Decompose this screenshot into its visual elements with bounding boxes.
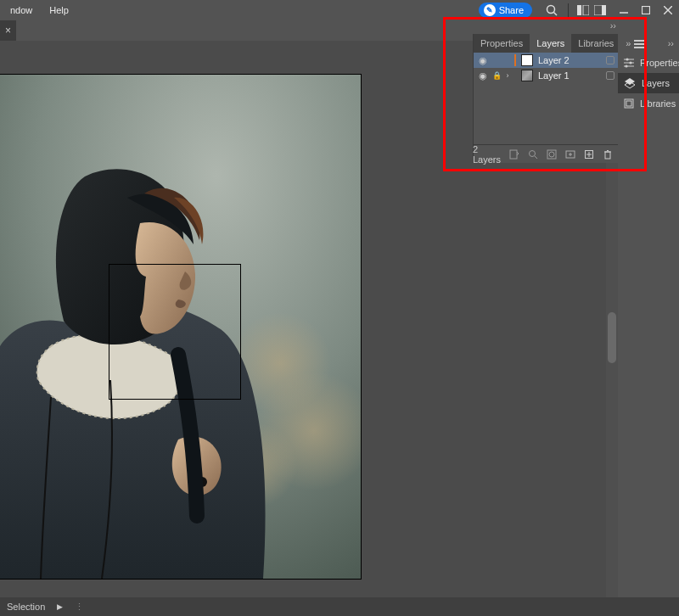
- new-sublayer-icon[interactable]: [565, 148, 575, 160]
- search-icon[interactable]: [541, 0, 563, 20]
- delete-layer-icon[interactable]: [603, 148, 613, 160]
- right-dock-collapse-strip[interactable]: ››: [610, 20, 616, 31]
- share-button[interactable]: ✎ Share: [479, 3, 532, 18]
- tab-close-icon[interactable]: ×: [5, 25, 11, 36]
- svg-rect-2: [577, 5, 581, 15]
- layer-color-bar: [514, 54, 516, 66]
- sliders-icon: [623, 56, 635, 70]
- layers-icon: [623, 76, 637, 90]
- dock-entry-libraries[interactable]: Libraries: [618, 93, 679, 114]
- panel-tab-layers[interactable]: Layers: [530, 34, 571, 53]
- layer-row[interactable]: ◉ Layer 2: [474, 53, 618, 68]
- svg-rect-36: [605, 152, 610, 159]
- title-bar-controls: ✎ Share: [479, 0, 679, 20]
- screen-mode-a-icon: [577, 5, 589, 15]
- search-layer-icon[interactable]: [528, 148, 538, 160]
- menu-window[interactable]: ndow: [2, 0, 41, 20]
- chevron-double-icon: »: [626, 38, 631, 48]
- svg-point-16: [626, 58, 628, 60]
- svg-point-0: [547, 6, 555, 14]
- paste-layer-icon[interactable]: [509, 148, 519, 160]
- layer-target-icon[interactable]: [606, 71, 614, 80]
- share-label: Share: [499, 5, 524, 15]
- layers-panel: Properties Layers Libraries » ◉ Layer 2 …: [474, 34, 618, 163]
- right-dock: ›› Properties Layers Libraries: [618, 34, 679, 597]
- window-maximize-button[interactable]: [635, 2, 657, 19]
- workspace-switcher[interactable]: [577, 5, 606, 15]
- menu-help[interactable]: Help: [41, 0, 77, 20]
- status-bar: Selection ▶ ⋮: [0, 597, 679, 616]
- status-mode: Selection: [7, 602, 45, 612]
- share-avatar-icon: ✎: [484, 4, 496, 16]
- svg-rect-24: [626, 101, 631, 106]
- layer-lock-icon[interactable]: 🔒: [492, 71, 501, 80]
- status-handle-icon[interactable]: ⋮: [75, 602, 84, 613]
- layer-row[interactable]: ◉ 🔒 › Layer 1: [474, 68, 618, 83]
- timeline-play-icon[interactable]: ▶: [57, 602, 63, 611]
- svg-point-18: [629, 61, 631, 64]
- layer-list-empty-area[interactable]: [474, 83, 618, 144]
- layer-thumbnail[interactable]: [521, 54, 533, 66]
- mask-layer-icon[interactable]: [547, 148, 557, 160]
- svg-rect-5: [602, 5, 606, 15]
- panel-tab-properties[interactable]: Properties: [474, 34, 530, 53]
- visibility-toggle-icon[interactable]: ◉: [477, 55, 489, 66]
- scrollbar-thumb[interactable]: [608, 312, 616, 363]
- document-tab[interactable]: ×: [0, 20, 16, 41]
- collapse-chevron-icon: ››: [610, 20, 616, 31]
- layers-panel-footer: 2 Layers: [474, 144, 618, 163]
- panel-menu-button[interactable]: »: [620, 38, 649, 48]
- hamburger-icon: [634, 39, 644, 48]
- window-minimize-button[interactable]: [613, 2, 635, 19]
- canvas-photo: [0, 75, 361, 579]
- svg-rect-25: [510, 150, 517, 159]
- libraries-icon: [623, 97, 635, 110]
- layer-name[interactable]: Layer 1: [536, 70, 603, 81]
- dock-label-layers: Layers: [642, 78, 670, 88]
- dock-entry-layers[interactable]: Layers: [618, 73, 679, 93]
- svg-rect-3: [583, 5, 589, 15]
- panel-tab-bar: Properties Layers Libraries »: [474, 34, 618, 53]
- screen-mode-b-icon: [594, 5, 606, 15]
- layer-list: ◉ Layer 2 ◉ 🔒 › Layer 1: [474, 53, 618, 83]
- svg-rect-7: [643, 7, 650, 14]
- dock-label-libraries: Libraries: [640, 98, 676, 109]
- layer-expand-icon[interactable]: ›: [504, 71, 511, 80]
- document-canvas[interactable]: [0, 75, 361, 579]
- panel-tab-libraries[interactable]: Libraries: [571, 34, 620, 53]
- layer-color-bar: [514, 70, 516, 81]
- new-layer-icon[interactable]: [584, 148, 594, 160]
- svg-line-1: [554, 13, 558, 16]
- svg-point-20: [625, 64, 627, 67]
- visibility-toggle-icon[interactable]: ◉: [477, 70, 489, 81]
- layer-name[interactable]: Layer 2: [536, 55, 603, 65]
- dock-label-properties: Properties: [640, 58, 679, 68]
- layer-thumbnail[interactable]: [521, 70, 533, 81]
- divider: [568, 3, 569, 17]
- window-close-button[interactable]: [657, 2, 679, 19]
- dock-entry-properties[interactable]: Properties: [618, 53, 679, 73]
- layer-target-icon[interactable]: [606, 56, 614, 64]
- layer-count: 2 Layers: [471, 144, 501, 165]
- svg-point-26: [530, 150, 536, 156]
- svg-point-29: [549, 152, 554, 157]
- svg-line-27: [535, 156, 537, 159]
